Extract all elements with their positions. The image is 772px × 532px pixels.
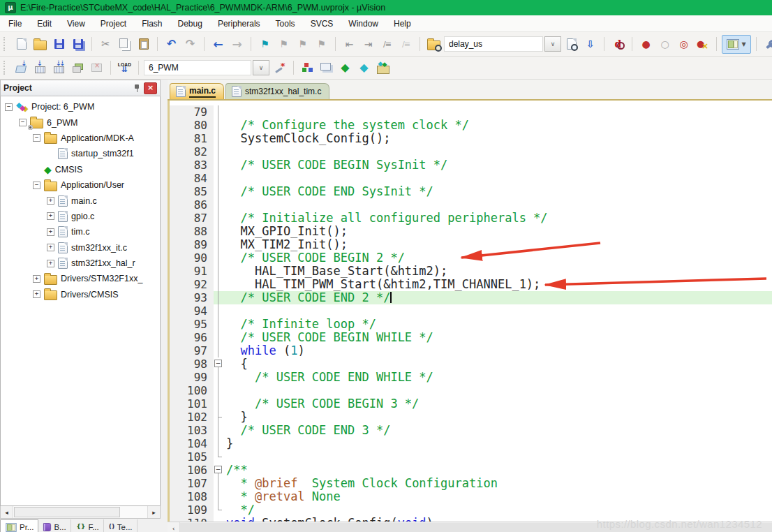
breakpoint-kill-all-button[interactable] bbox=[694, 36, 711, 53]
pack-installer-button[interactable] bbox=[374, 59, 392, 77]
configure-button[interactable] bbox=[762, 36, 772, 53]
scroll-left-arrow-icon[interactable]: ◂ bbox=[1, 506, 13, 518]
menu-project[interactable]: Project bbox=[101, 19, 126, 29]
tree-item-stm32f1xx-it-c[interactable]: +stm32f1xx_it.c bbox=[1, 240, 160, 256]
breakpoint-insert-button[interactable]: ● bbox=[637, 36, 655, 53]
navigate-back-button[interactable]: ← bbox=[209, 36, 227, 53]
debug-session-button[interactable]: d bbox=[609, 36, 627, 53]
bookmark-clear-button[interactable]: ⚑ bbox=[313, 36, 330, 53]
uncomment-button[interactable]: /≡ bbox=[397, 36, 415, 53]
menu-view[interactable]: View bbox=[67, 19, 85, 29]
panel-tab-project[interactable]: Pr... bbox=[0, 519, 38, 532]
menu-file[interactable]: File bbox=[8, 19, 22, 29]
panel-tab-templates[interactable]: ()Te... bbox=[104, 519, 138, 532]
file-extensions-button[interactable] bbox=[299, 59, 316, 77]
editor-scroll-left-icon[interactable]: ‹ bbox=[168, 522, 180, 532]
find-in-files-button[interactable] bbox=[425, 36, 443, 53]
scroll-right-arrow-icon[interactable]: ▸ bbox=[147, 506, 160, 518]
tree-item-application-user[interactable]: −Application/User bbox=[1, 177, 160, 193]
panel-tab-books[interactable]: B... bbox=[38, 519, 70, 532]
tree-item-startup-stm32f1[interactable]: −startup_stm32f1 bbox=[1, 146, 160, 161]
toolbar-grip[interactable] bbox=[3, 37, 8, 51]
window-layout-button[interactable]: ▼ bbox=[722, 35, 751, 54]
translate-button[interactable] bbox=[13, 59, 30, 77]
rebuild-button[interactable] bbox=[50, 59, 68, 77]
find-button[interactable] bbox=[563, 36, 580, 53]
open-file-button[interactable] bbox=[31, 36, 49, 53]
tree-item-gpio-c[interactable]: +gpio.c bbox=[1, 209, 160, 224]
close-panel-button[interactable]: × bbox=[144, 82, 157, 94]
toolbar-grip[interactable] bbox=[3, 61, 8, 75]
expand-icon[interactable]: + bbox=[47, 197, 54, 205]
navigate-forward-button[interactable]: → bbox=[228, 36, 246, 53]
options-for-target-button[interactable] bbox=[271, 59, 288, 77]
comment-button[interactable]: /≡ bbox=[378, 36, 396, 53]
editor-tab-stm32f1xx-hal-tim-c[interactable]: stm32f1xx_hal_tim.c bbox=[225, 83, 329, 99]
panel-splitter[interactable] bbox=[161, 80, 168, 532]
expand-icon[interactable]: + bbox=[47, 212, 54, 220]
tree-item-drivers-cmsis[interactable]: +Drivers/CMSIS bbox=[1, 287, 160, 302]
search-dropdown-button[interactable]: ∨ bbox=[544, 36, 561, 52]
menu-tools[interactable]: Tools bbox=[276, 19, 295, 29]
expand-icon[interactable]: + bbox=[33, 290, 40, 298]
code-editor[interactable]: 7980 /* Configure the system clock */81 … bbox=[168, 101, 772, 522]
menu-window[interactable]: Window bbox=[348, 19, 378, 29]
search-input[interactable]: delay_us bbox=[444, 36, 543, 52]
pin-icon[interactable] bbox=[133, 84, 140, 93]
menu-debug[interactable]: Debug bbox=[178, 19, 202, 29]
collapse-icon[interactable]: − bbox=[5, 103, 13, 111]
expand-icon[interactable]: + bbox=[47, 260, 54, 267]
copy-button[interactable] bbox=[116, 36, 133, 53]
menu-peripherals[interactable]: Peripherals bbox=[218, 19, 260, 29]
undo-button[interactable]: ↶ bbox=[163, 36, 180, 53]
scrollbar-track[interactable] bbox=[13, 506, 147, 518]
select-packs-button[interactable]: ◆ bbox=[355, 59, 373, 77]
target-dropdown-button[interactable]: ∨ bbox=[253, 60, 269, 75]
tree-item-drivers-stm32f1xx-[interactable]: +Drivers/STM32F1xx_ bbox=[1, 271, 160, 286]
bookmark-prev-button[interactable]: ⚑ bbox=[275, 36, 292, 53]
tree-item-tim-c[interactable]: +tim.c bbox=[1, 224, 160, 239]
breakpoint-disable-all-button[interactable]: ◎ bbox=[675, 36, 692, 53]
editor-tab-main-c[interactable]: main.c bbox=[170, 83, 224, 99]
expand-icon[interactable]: + bbox=[33, 275, 40, 283]
menu-flash[interactable]: Flash bbox=[142, 19, 162, 29]
outdent-button[interactable]: ⇤ bbox=[341, 36, 358, 53]
new-file-button[interactable] bbox=[13, 36, 30, 53]
collapse-icon[interactable]: − bbox=[19, 119, 27, 126]
panel-tab-functions[interactable]: {}F... bbox=[71, 519, 104, 532]
tree-item-6-pwm[interactable]: −6_PWM bbox=[1, 114, 160, 130]
tree-item-project-6-pwm[interactable]: −Project: 6_PWM bbox=[1, 99, 160, 114]
scrollbar-thumb[interactable] bbox=[14, 507, 120, 517]
redo-button[interactable]: ↷ bbox=[181, 36, 199, 53]
save-all-button[interactable] bbox=[69, 36, 87, 53]
expand-icon[interactable]: + bbox=[47, 228, 54, 236]
manage-project-items-button[interactable] bbox=[318, 59, 335, 77]
save-button[interactable] bbox=[50, 36, 68, 53]
collapse-icon[interactable]: − bbox=[33, 134, 40, 142]
bookmark-toggle-button[interactable]: ⚑ bbox=[256, 36, 274, 53]
batch-build-button[interactable] bbox=[69, 59, 87, 77]
incremental-find-button[interactable]: ⇩ bbox=[581, 36, 599, 53]
paste-button[interactable] bbox=[135, 36, 152, 53]
project-panel-hscrollbar[interactable]: ◂ ▸ bbox=[0, 506, 161, 519]
tree-item-stm32f1xx-hal-r[interactable]: +stm32f1xx_hal_r bbox=[1, 256, 160, 271]
cut-button[interactable]: ✂ bbox=[97, 36, 114, 53]
collapse-icon[interactable]: − bbox=[33, 182, 40, 189]
download-button[interactable]: LOAD⇊ bbox=[116, 59, 133, 77]
manage-rte-button[interactable]: ◆ bbox=[336, 59, 354, 77]
bookmark-next-button[interactable]: ⚑ bbox=[294, 36, 311, 53]
tree-item-cmsis[interactable]: −◆CMSIS bbox=[1, 162, 160, 177]
fold-toggle-icon[interactable] bbox=[214, 357, 223, 371]
expand-icon[interactable]: + bbox=[47, 244, 54, 251]
build-button[interactable] bbox=[31, 59, 49, 77]
fold-toggle-icon[interactable] bbox=[214, 464, 223, 477]
target-select[interactable]: 6_PWM bbox=[144, 60, 251, 75]
indent-button[interactable]: ⇥ bbox=[359, 36, 377, 53]
stop-build-button[interactable] bbox=[88, 59, 105, 77]
tree-item-application-mdk-a[interactable]: −Application/MDK-A bbox=[1, 131, 160, 146]
menu-edit[interactable]: Edit bbox=[37, 19, 52, 29]
tree-item-main-c[interactable]: +main.c bbox=[1, 193, 160, 208]
menu-help[interactable]: Help bbox=[394, 19, 411, 29]
breakpoint-enable-button[interactable]: ○ bbox=[656, 36, 674, 53]
menu-svcs[interactable]: SVCS bbox=[311, 19, 334, 29]
